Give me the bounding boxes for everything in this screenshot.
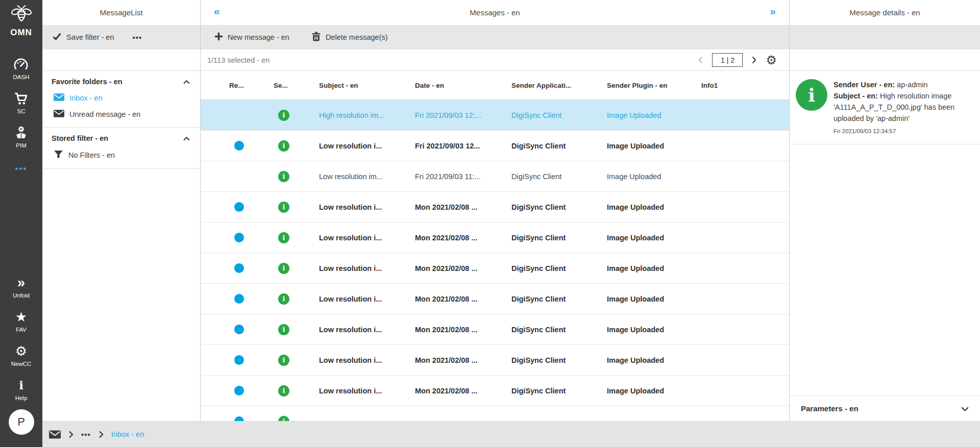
chevron-down-icon[interactable] [961,404,969,413]
collapse-left-icon[interactable]: « [214,5,220,17]
message-row[interactable]: iLow resolution i...Mon 2021/02/08 ...Di… [201,376,789,406]
message-row[interactable]: iLow resolution i...Mon 2021/02/08 ...Di… [201,253,789,284]
cell-subject: Low resolution i... [316,203,412,211]
cell-sender-app: DigiSync Client [508,111,604,119]
pagination: 1 | 2 ⚙ [698,53,777,67]
folders-panel-title: MessageList [42,0,200,25]
cell-read-status [226,294,271,304]
message-row[interactable]: iLow resolution i...Mon 2021/02/08 ...Di… [201,314,789,345]
message-row[interactable]: iLow resolution i...Mon 2021/02/08 ...Di… [201,222,789,253]
chevron-up-icon[interactable] [183,77,190,86]
delete-message-label: Delete message(s) [326,33,388,41]
folders-panel-strip [42,49,200,71]
sender-user-label: Sender User - en: [834,81,895,89]
cell-read-status [226,386,271,395]
delete-message-button[interactable]: Delete message(s) [312,32,388,43]
message-row[interactable]: iLow resolution i...Mon 2021/02/08 ...Di… [201,192,789,222]
column-sender-app[interactable]: Sender Applicati... [508,82,604,89]
user-avatar[interactable]: P [9,409,34,435]
new-message-button[interactable]: New message - en [215,33,289,42]
breadcrumb-chevron-icon [99,431,104,438]
breadcrumb-chevron-icon [68,431,74,438]
cell-sender-plugin: Image Uploaded [604,172,698,181]
sidebar-item-dash[interactable]: DASH [13,57,30,80]
selection-status-row: 1/113 selected - en 1 | 2 ⚙ [201,49,789,71]
cell-sender-plugin: Image Uploaded [604,326,698,334]
details-panel-title: Message details - en [790,0,980,25]
sidebar-item-label: Unfold [13,292,30,299]
cell-sender-app: DigiSync Client [508,295,604,303]
cell-severity: i [271,171,316,182]
sidebar-item-newcc[interactable]: ⚙ NewCC [11,344,32,367]
app-sidebar: OMN DASH SC [0,0,42,447]
column-date[interactable]: Date - en [412,82,508,89]
page-number-box[interactable]: 1 | 2 [712,53,743,67]
column-severity[interactable]: Se... [271,82,316,89]
messages-toolbar: New message - en Delete message(s) [201,25,789,49]
filter-item-none[interactable]: No Filters - en [52,150,190,160]
page-next-icon[interactable] [752,56,756,64]
message-row[interactable]: iLow resolution im...Fri 2021/09/03 11:.… [201,161,789,192]
sidebar-item-pim[interactable]: P PIM [14,126,28,148]
collapse-right-icon[interactable]: » [770,5,776,17]
new-message-label: New message - en [228,33,289,41]
favorite-folders-header[interactable]: Favorite folders - en [52,77,190,86]
cell-read-status [226,202,271,212]
info-icon: i [278,140,289,152]
omn-logo[interactable]: OMN [10,4,33,38]
details-toolbar [790,25,980,49]
table-body: iHigh resolution im...Fri 2021/09/03 12:… [201,100,789,437]
cell-severity: i [271,140,316,152]
message-row[interactable]: iLow resolution i...Mon 2021/02/08 ...Di… [201,284,789,314]
info-icon: i [19,378,23,392]
cell-sender-app: DigiSync Client [508,356,604,364]
messages-panel-header: « Messages - en » [201,0,789,25]
unread-dot-icon [234,233,244,242]
column-sender-plugin[interactable]: Sender Plugin - en [604,82,698,89]
message-row[interactable]: iLow resolution i...Mon 2021/02/08 ...Di… [201,345,789,376]
cell-subject: High resolution im... [316,111,412,119]
cell-date: Fri 2021/09/03 12... [412,142,508,150]
stored-filter-header[interactable]: Stored filter - en [52,134,190,143]
cell-read-status [226,233,271,242]
details-panel-strip [790,49,980,71]
cell-sender-plugin: Image Uploaded [604,295,698,303]
column-subject[interactable]: Subject - en [316,82,412,89]
save-filter-button[interactable]: Save filter - en [53,33,114,42]
folder-item-inbox[interactable]: Inbox - en [52,93,190,103]
breadcrumb-ellipsis[interactable]: ••• [81,430,91,439]
sidebar-more-dots-icon[interactable]: ••• [15,164,28,174]
column-info1[interactable]: Info1 [698,82,789,89]
cell-sender-app: DigiSync Client [508,387,604,395]
sidebar-item-label: Help [15,395,28,401]
info-icon: i [278,202,289,213]
message-row[interactable]: iLow resolution i...Fri 2021/09/03 12...… [201,131,789,161]
breadcrumb-root-envelope-icon[interactable] [49,430,61,439]
chevron-up-icon[interactable] [183,134,190,143]
cell-date: Mon 2021/02/08 ... [412,203,508,211]
page-previous-icon[interactable] [698,56,703,64]
filter-funnel-icon [54,150,63,160]
table-settings-gear-icon[interactable]: ⚙ [766,54,777,66]
message-details-card: i Sender User - en: ap-admin Subject - e… [790,71,980,144]
folder-item-unread[interactable]: Unread message - en [52,110,190,119]
column-read[interactable]: Re... [226,82,271,89]
sidebar-item-unfold[interactable]: » Unfold [13,276,30,299]
app-window: OMN DASH SC [0,0,980,447]
message-row[interactable]: iHigh resolution im...Fri 2021/09/03 12:… [201,100,789,131]
parameters-section-header[interactable]: Parameters - en [790,395,980,421]
sidebar-item-sc[interactable]: SC [14,91,29,114]
message-timestamp: Fri 2021/09/03 12:34:57 [834,126,973,137]
breadcrumb: ••• Inbox - en [42,421,980,447]
cell-date: Mon 2021/02/08 ... [412,356,508,364]
folders-more-menu-icon[interactable]: ••• [133,33,142,42]
selection-status-text: 1/113 selected - en [207,56,270,64]
sidebar-item-help[interactable]: i Help [15,378,28,401]
unread-dot-icon [234,294,244,304]
cell-subject: Low resolution i... [316,234,412,242]
cell-date: Mon 2021/02/08 ... [412,264,508,272]
cell-severity: i [271,324,316,335]
breadcrumb-current-folder[interactable]: Inbox - en [111,430,144,438]
sidebar-item-fav[interactable]: ★ FAV [15,310,27,333]
double-chevron-right-icon: » [17,276,25,290]
